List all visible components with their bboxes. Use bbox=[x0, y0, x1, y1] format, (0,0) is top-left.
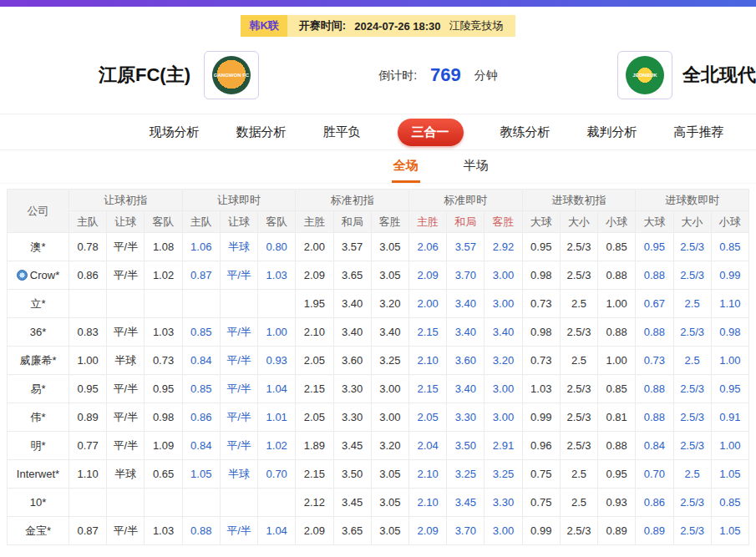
nav-tab-1[interactable]: 现场分析 bbox=[150, 124, 200, 140]
countdown: 倒计时:769分钟 bbox=[259, 64, 617, 86]
odds-cell: 0.86 bbox=[636, 489, 673, 517]
odds-cell: 2.12 bbox=[296, 489, 333, 517]
odds-cell: 1.03 bbox=[145, 517, 182, 545]
column-header: 小球 bbox=[598, 211, 636, 233]
odds-cell: 2.00 bbox=[408, 290, 446, 318]
company-name[interactable]: 澳* bbox=[8, 233, 69, 261]
odds-cell: 0.87 bbox=[182, 261, 220, 290]
odds-cell: 2.10 bbox=[408, 347, 446, 375]
odds-cell: 3.00 bbox=[485, 517, 522, 545]
company-name[interactable]: Interwet* bbox=[8, 460, 69, 489]
odds-cell bbox=[69, 290, 107, 318]
company-name[interactable]: 立* bbox=[8, 290, 69, 318]
odds-cell: 3.25 bbox=[371, 347, 408, 375]
column-header: 小球 bbox=[711, 211, 748, 233]
table-column-header-row: 主队让球客队主队让球客队主胜和局客胜主胜和局客胜大球大小小球大球大小小球 bbox=[8, 211, 749, 233]
odds-cell: 3.00 bbox=[485, 261, 522, 290]
column-header: 客队 bbox=[258, 211, 296, 233]
odds-cell: 0.88 bbox=[598, 261, 636, 290]
company-name[interactable]: 明* bbox=[8, 432, 69, 460]
odds-cell: 0.85 bbox=[182, 318, 220, 347]
home-team-block: 江原FC(主) GANGWON FC bbox=[99, 51, 259, 99]
odds-cell bbox=[258, 290, 296, 318]
nav-tab-6[interactable]: 裁判分析 bbox=[587, 124, 637, 140]
odds-cell: 0.75 bbox=[522, 489, 560, 517]
odds-cell: 1.95 bbox=[296, 290, 333, 318]
odds-cell: 0.84 bbox=[182, 347, 220, 375]
odds-cell: 2.09 bbox=[408, 261, 446, 290]
odds-row: 伟*0.89平/半0.980.86平/半1.012.053.303.002.05… bbox=[8, 403, 749, 432]
nav-tab-7[interactable]: 高手推荐 bbox=[674, 124, 724, 140]
odds-cell: 2.09 bbox=[408, 517, 446, 545]
odds-cell: 0.89 bbox=[69, 403, 107, 432]
odds-cell: 2.5 bbox=[673, 460, 711, 489]
odds-cell: 1.00 bbox=[598, 347, 636, 375]
odds-row: Crow*0.86平/半1.020.87平/半1.032.093.653.052… bbox=[8, 261, 749, 290]
odds-cell: 0.87 bbox=[69, 517, 107, 545]
odds-cell: 平/半 bbox=[220, 517, 257, 545]
odds-cell: 2.5/3 bbox=[560, 261, 597, 290]
odds-cell bbox=[220, 290, 257, 318]
odds-cell: 3.20 bbox=[485, 347, 522, 375]
company-name[interactable]: 伟* bbox=[8, 403, 69, 432]
odds-cell: 2.5 bbox=[560, 489, 597, 517]
company-name[interactable]: 10* bbox=[8, 489, 69, 517]
column-header: 让球 bbox=[220, 211, 257, 233]
odds-cell: 2.92 bbox=[485, 233, 522, 261]
odds-cell: 2.04 bbox=[408, 432, 446, 460]
odds-row: 明*0.77平/半1.090.84平/半1.021.893.453.202.04… bbox=[8, 432, 749, 460]
odds-cell bbox=[69, 489, 107, 517]
odds-cell: 3.70 bbox=[447, 517, 485, 545]
odds-cell: 2.15 bbox=[296, 460, 333, 489]
odds-cell: 1.02 bbox=[258, 432, 296, 460]
odds-cell: 3.40 bbox=[333, 290, 371, 318]
nav-tab-5[interactable]: 教练分析 bbox=[500, 124, 551, 140]
odds-cell: 1.01 bbox=[258, 403, 296, 432]
odds-cell: 2.5 bbox=[560, 460, 597, 489]
odds-cell: 0.88 bbox=[636, 403, 673, 432]
odds-cell: 0.86 bbox=[69, 261, 107, 290]
subtab-2[interactable]: 半场 bbox=[462, 158, 490, 183]
subtab-bar: 全场半场 bbox=[0, 152, 756, 184]
odds-cell bbox=[145, 290, 182, 318]
nav-tab-2[interactable]: 数据分析 bbox=[236, 124, 287, 140]
odds-cell: 2.5 bbox=[560, 347, 597, 375]
odds-cell: 2.5/3 bbox=[560, 517, 597, 545]
odds-cell: 2.5/3 bbox=[560, 375, 597, 403]
odds-cell: 平/半 bbox=[107, 261, 145, 290]
odds-cell: 0.85 bbox=[598, 375, 636, 403]
subtab-1[interactable]: 全场 bbox=[392, 158, 420, 183]
company-name[interactable]: 36* bbox=[8, 318, 69, 347]
odds-cell: 0.98 bbox=[711, 318, 748, 347]
odds-cell: 0.85 bbox=[182, 375, 220, 403]
group-header: 进球数初指 bbox=[522, 190, 636, 211]
away-logo-box: JEONBUK bbox=[617, 51, 672, 99]
odds-cell: 1.05 bbox=[711, 517, 748, 545]
column-header: 大小 bbox=[673, 211, 711, 233]
nav-tab-3[interactable]: 胜平负 bbox=[323, 124, 361, 140]
odds-row: 立*1.953.403.202.003.403.000.732.51.000.6… bbox=[8, 290, 749, 318]
odds-row: 易*0.95平/半0.950.85平/半1.042.153.303.002.15… bbox=[8, 375, 749, 403]
company-name[interactable]: 易* bbox=[8, 375, 69, 403]
odds-cell: 3.50 bbox=[447, 432, 485, 460]
odds-cell: 3.00 bbox=[485, 403, 522, 432]
group-header: 让球即时 bbox=[182, 190, 296, 211]
company-name[interactable]: 威廉希* bbox=[8, 347, 69, 375]
odds-cell: 1.03 bbox=[522, 375, 560, 403]
nav-tab-4[interactable]: 三合一 bbox=[398, 119, 464, 146]
odds-cell bbox=[182, 290, 220, 318]
odds-cell: 1.08 bbox=[145, 233, 182, 261]
odds-cell: 2.5/3 bbox=[560, 432, 597, 460]
company-name[interactable]: 金宝* bbox=[8, 517, 69, 545]
odds-row: 威廉希*1.00半球0.730.84平/半0.932.053.603.252.1… bbox=[8, 347, 749, 375]
odds-cell: 0.80 bbox=[258, 233, 296, 261]
company-name[interactable]: Crow* bbox=[8, 261, 69, 290]
odds-cell: 0.99 bbox=[522, 517, 560, 545]
odds-cell: 3.45 bbox=[333, 489, 371, 517]
home-team-name: 江原FC(主) bbox=[99, 63, 190, 88]
odds-cell: 0.88 bbox=[182, 517, 220, 545]
odds-cell: 2.15 bbox=[296, 375, 333, 403]
home-team-logo-icon: GANGWON FC bbox=[212, 56, 251, 94]
odds-cell: 2.05 bbox=[296, 347, 333, 375]
odds-cell: 0.88 bbox=[636, 375, 673, 403]
